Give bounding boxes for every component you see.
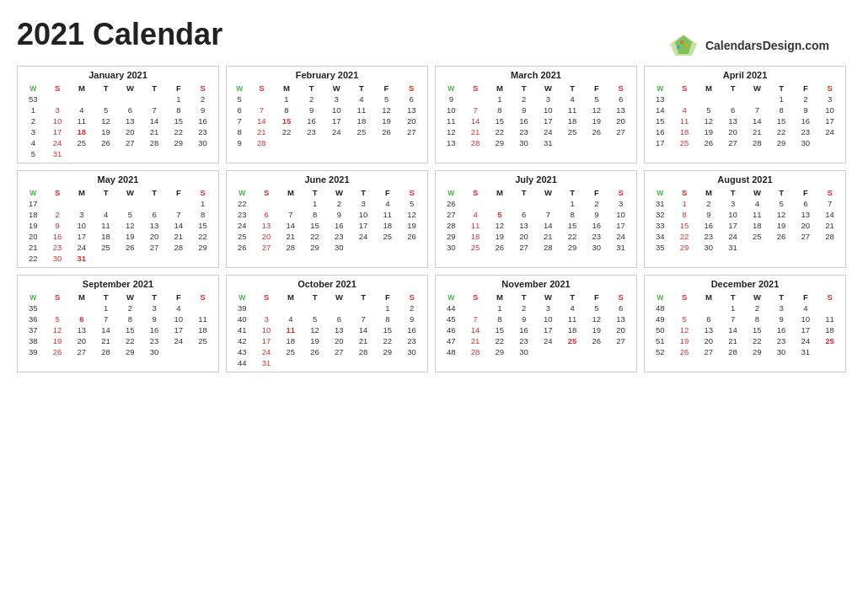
cal-cell	[190, 148, 215, 159]
cal-cell: 6	[255, 209, 279, 220]
table-row: 3912	[230, 303, 424, 313]
cal-cell: 1	[94, 303, 118, 313]
cal-cell: 20	[608, 324, 633, 335]
cal-cell	[512, 198, 536, 209]
cal-cell	[303, 303, 327, 313]
cal-cell: 1	[167, 94, 191, 104]
col-header: S	[190, 83, 215, 94]
cal-cell: 52	[648, 346, 673, 357]
table-row: 1511121314151617	[648, 115, 842, 126]
table-row: 531	[21, 148, 215, 159]
month-title: January 2021	[21, 70, 215, 80]
cal-cell: 19	[374, 115, 399, 126]
table-row: 1221222324252627	[439, 126, 633, 137]
table-row: 32891011121314	[648, 209, 842, 220]
col-header: S	[608, 83, 633, 94]
col-header: W	[327, 187, 351, 198]
cal-cell	[817, 242, 842, 253]
cal-cell: 28	[351, 346, 376, 357]
month-box: July 2021WSMTWTFS26123274567891028111213…	[435, 170, 637, 268]
cal-cell: 26	[46, 346, 70, 357]
cal-cell	[46, 303, 70, 313]
cal-cell: 10	[70, 220, 94, 231]
cal-cell: 14	[167, 220, 191, 231]
table-row: 424252627282930	[21, 137, 215, 148]
cal-cell: 4	[279, 313, 303, 324]
cal-cell: 9	[585, 209, 609, 220]
table-row: 182345678	[21, 209, 215, 220]
table-row: 236789101112	[230, 209, 424, 220]
col-header: S	[817, 292, 842, 303]
cal-cell: 2	[512, 94, 536, 104]
month-table: WSMTWTFS26123274567891028111213141516172…	[439, 187, 633, 253]
cal-cell: 27	[142, 242, 167, 253]
cal-cell: 37	[21, 324, 46, 335]
cal-cell: 19	[303, 335, 327, 346]
cal-cell: 12	[303, 324, 327, 335]
table-row: 4324252627282930	[230, 346, 424, 357]
col-header: S	[399, 83, 424, 94]
cal-cell: 23	[190, 126, 215, 137]
cal-cell: 13	[70, 324, 94, 335]
cal-cell: 21	[279, 231, 303, 242]
cal-cell: 5	[374, 94, 399, 104]
cal-cell: 19	[488, 231, 512, 242]
cal-cell	[46, 94, 70, 104]
cal-cell: 9	[299, 104, 324, 115]
col-header: W	[745, 83, 769, 94]
cal-cell: 15	[303, 220, 327, 231]
cal-cell: 22	[488, 335, 512, 346]
col-header: W	[536, 83, 560, 94]
col-header: T	[303, 187, 327, 198]
cal-cell	[303, 357, 327, 368]
cal-cell: 8	[488, 104, 512, 115]
cal-cell	[279, 303, 303, 313]
cal-cell: 43	[230, 346, 255, 357]
cal-cell: 20	[608, 115, 633, 126]
cal-cell	[274, 137, 299, 148]
cal-cell: 2	[327, 198, 351, 209]
cal-cell: 14	[721, 324, 745, 335]
month-title: July 2021	[439, 174, 633, 185]
cal-cell: 7	[142, 104, 167, 115]
month-box: December 2021WSMTWTFS4812344956789101150…	[644, 275, 846, 372]
cal-cell: 28	[464, 137, 488, 148]
cal-cell: 30	[190, 137, 215, 148]
cal-cell: 14	[745, 115, 769, 126]
cal-cell: 19	[585, 115, 609, 126]
cal-cell: 13	[512, 220, 536, 231]
col-header: T	[769, 83, 794, 94]
table-row: 49567891011	[648, 313, 842, 324]
cal-cell: 28	[279, 242, 303, 253]
cal-cell: 46	[439, 324, 464, 335]
col-header: F	[585, 83, 609, 94]
cal-cell: 8	[673, 209, 697, 220]
table-row: 392627282930	[21, 346, 215, 357]
cal-cell: 14	[464, 115, 488, 126]
cal-cell: 23	[769, 335, 794, 346]
cal-cell: 10	[255, 324, 279, 335]
cal-cell	[94, 148, 118, 159]
cal-cell: 26	[399, 231, 424, 242]
col-header: T	[721, 187, 745, 198]
cal-cell: 15	[648, 115, 673, 126]
month-table: WSMTWTFS31123456732891011121314331516171…	[648, 187, 842, 253]
col-header: S	[464, 292, 488, 303]
cal-cell: 10	[721, 209, 745, 220]
cal-cell: 25	[376, 231, 400, 242]
cal-cell: 1	[190, 198, 215, 209]
cal-cell: 27	[512, 242, 536, 253]
col-header: W	[21, 292, 46, 303]
cal-cell: 9	[46, 220, 70, 231]
cal-cell: 21	[249, 126, 275, 137]
col-header: F	[585, 292, 609, 303]
cal-cell	[327, 357, 351, 368]
cal-cell: 1	[560, 198, 585, 209]
table-row: 4217181920212223	[230, 335, 424, 346]
cal-cell: 2	[399, 303, 424, 313]
cal-cell	[94, 253, 118, 264]
col-header: F	[585, 187, 609, 198]
table-row: 210111213141516	[21, 115, 215, 126]
col-header: W	[118, 187, 142, 198]
svg-marker-5	[670, 35, 697, 56]
